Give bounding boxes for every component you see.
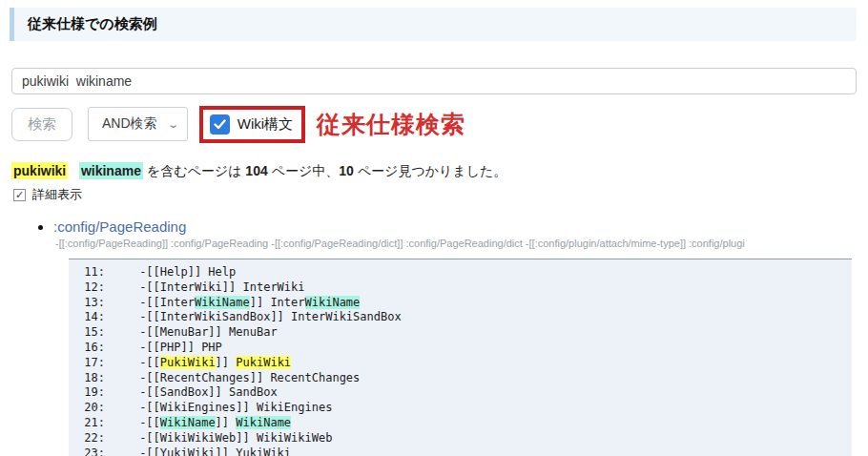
indent bbox=[105, 416, 139, 429]
indent bbox=[105, 385, 139, 399]
line-number: 22: bbox=[80, 431, 105, 446]
highlighted-term: WikiName bbox=[195, 296, 250, 309]
indent bbox=[105, 341, 139, 354]
pukiwiki-search-page: 従来仕様での検索例 検索 AND検索 ⌄ Wiki構文 従来仕様検索 pukiw… bbox=[0, 0, 868, 456]
search-mode-value: AND検索 bbox=[102, 115, 157, 133]
text-segment: -[[InterWikiSandBox]] InterWikiSandBox bbox=[139, 310, 402, 323]
line-number: 14: bbox=[80, 310, 105, 325]
code-line: 21: -[[WikiName]] WikiName bbox=[80, 416, 844, 431]
text-segment: -[[ bbox=[139, 356, 160, 369]
line-number: 19: bbox=[80, 385, 105, 401]
code-line: 15: -[[MenuBar]] MenuBar bbox=[80, 325, 844, 341]
text-segment: ページ中、 bbox=[268, 163, 340, 178]
highlighted-term: pukiwiki bbox=[11, 162, 68, 179]
text-segment: を含むページは bbox=[143, 163, 245, 178]
highlighted-term: WikiName bbox=[305, 296, 361, 309]
indent bbox=[105, 280, 139, 294]
highlighted-term: WikiName bbox=[160, 416, 216, 429]
highlighted-term: wikiname bbox=[79, 162, 143, 179]
line-number: 13: bbox=[80, 296, 105, 311]
highlighted-term: PukiWiki bbox=[236, 356, 291, 369]
code-line: 19: -[[SandBox]] SandBox bbox=[80, 385, 844, 401]
code-line: 16: -[[PHP]] PHP bbox=[80, 341, 844, 356]
search-button[interactable]: 検索 bbox=[11, 108, 72, 141]
code-line: 13: -[[InterWikiName]] InterWikiName bbox=[80, 296, 844, 311]
text-segment: -[[Inter bbox=[139, 296, 195, 309]
text-segment: -[[WikiWikiWeb]] WikiWikiWeb bbox=[139, 431, 332, 445]
text-segment: -[[WikiEngines]] WikiEngines bbox=[139, 401, 332, 414]
indent bbox=[105, 356, 139, 369]
text-segment: ]] bbox=[216, 416, 237, 429]
highlighted-term: PukiWiki bbox=[160, 356, 216, 369]
line-number: 20: bbox=[80, 401, 105, 416]
text-segment: -[[ bbox=[139, 416, 160, 429]
code-line: 22: -[[WikiWikiWeb]] WikiWikiWeb bbox=[80, 431, 844, 446]
code-line: 18: -[[RecentChanges]] RecentChanges bbox=[80, 371, 844, 386]
result-summary: pukiwiki wikiname を含むページは 104 ページ中、10 ペー… bbox=[11, 163, 857, 180]
code-line: 11: -[[Help]] Help bbox=[80, 265, 844, 280]
text-segment: -[[PHP]] PHP bbox=[139, 341, 222, 354]
code-line: 20: -[[WikiEngines]] WikiEngines bbox=[80, 401, 844, 416]
line-number: 11: bbox=[80, 265, 105, 280]
indent bbox=[105, 325, 139, 339]
text-segment: ]] Inter bbox=[250, 296, 305, 309]
annotation-text: 従来仕様検索 bbox=[317, 109, 465, 140]
wiki-syntax-checkbox[interactable] bbox=[210, 114, 230, 135]
text-segment: -[[RecentChanges]] RecentChanges bbox=[139, 371, 360, 384]
indent bbox=[105, 371, 139, 384]
text-segment: -[[Help]] Help bbox=[139, 265, 236, 279]
detail-checkbox[interactable]: ✓ bbox=[13, 189, 26, 201]
result-list: :config/PageReading -[[:config/PageReadi… bbox=[53, 218, 857, 249]
detail-label: 詳細表示 bbox=[32, 186, 82, 203]
code-line: 12: -[[InterWiki]] InterWiki bbox=[80, 280, 844, 296]
line-number: 23: bbox=[80, 446, 105, 456]
search-input[interactable] bbox=[11, 68, 857, 94]
line-number: 18: bbox=[80, 371, 105, 386]
code-line: 14: -[[InterWikiSandBox]] InterWikiSandB… bbox=[80, 310, 844, 325]
page-link[interactable]: :config/PageReading bbox=[53, 218, 186, 235]
indent bbox=[105, 265, 139, 279]
text-segment: -[[SandBox]] SandBox bbox=[139, 385, 278, 399]
text-segment: -[[YukiWiki]] YukiWiki bbox=[139, 446, 291, 456]
list-item: :config/PageReading -[[:config/PageReadi… bbox=[53, 218, 857, 249]
code-line: 23: -[[YukiWiki]] YukiWiki bbox=[80, 446, 844, 456]
text-segment: -[[InterWiki]] InterWiki bbox=[139, 280, 304, 294]
text-segment bbox=[68, 163, 79, 178]
indent bbox=[105, 431, 139, 445]
text-segment: ページ見つかりました。 bbox=[354, 163, 507, 178]
section-title: 従来仕様での検索例 bbox=[28, 15, 157, 31]
indent bbox=[105, 446, 139, 456]
search-controls: 検索 AND検索 ⌄ Wiki構文 従来仕様検索 bbox=[11, 104, 857, 144]
line-number: 16: bbox=[80, 341, 105, 356]
text-segment: 104 bbox=[245, 163, 267, 178]
section-header: 従来仕様での検索例 bbox=[10, 8, 857, 41]
text-segment: ]] bbox=[216, 356, 237, 369]
line-number: 15: bbox=[80, 325, 105, 341]
line-number: 17: bbox=[80, 356, 105, 371]
highlighted-term: WikiName bbox=[236, 416, 291, 429]
wiki-syntax-label: Wiki構文 bbox=[238, 115, 293, 134]
checkmark-icon bbox=[214, 119, 226, 130]
text-segment: 10 bbox=[339, 163, 354, 178]
line-number: 12: bbox=[80, 280, 105, 296]
text-segment: -[[MenuBar]] MenuBar bbox=[139, 325, 278, 339]
indent bbox=[105, 296, 139, 309]
detail-toggle-row: ✓ 詳細表示 bbox=[13, 186, 857, 203]
line-number: 21: bbox=[80, 416, 105, 431]
match-context: -[[:config/PageReading]] :config/PageRea… bbox=[55, 238, 847, 249]
code-preview: 11: -[[Help]] Help12: -[[InterWiki]] Int… bbox=[69, 259, 852, 456]
code-line: 17: -[[PukiWiki]] PukiWiki bbox=[80, 356, 844, 371]
search-mode-select[interactable]: AND検索 ⌄ bbox=[88, 107, 188, 141]
indent bbox=[105, 401, 139, 414]
annotation-red-box: Wiki構文 bbox=[199, 106, 305, 143]
indent bbox=[105, 310, 139, 323]
chevron-down-icon: ⌄ bbox=[167, 119, 179, 130]
